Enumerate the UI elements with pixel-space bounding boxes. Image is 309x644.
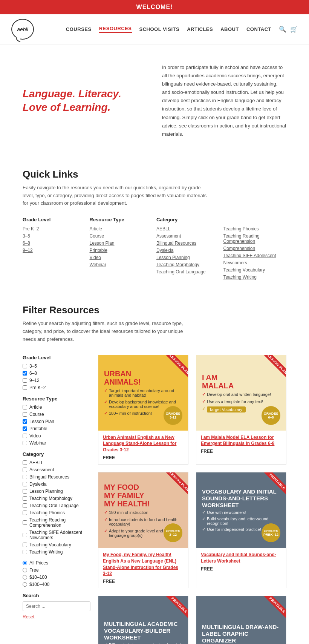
- dyslexia-link[interactable]: Dyslexia: [156, 248, 220, 253]
- urban-card-link[interactable]: Urban Animals! English as a New Language…: [103, 434, 184, 453]
- grade-68-link[interactable]: 6–8: [23, 241, 86, 246]
- filter-price-all[interactable]: All Prices: [23, 560, 90, 566]
- filter-webinar[interactable]: Webinar: [23, 440, 90, 446]
- search-filter-header: Search: [23, 593, 90, 598]
- filter-course[interactable]: Course: [23, 412, 90, 417]
- cat-dyslexia-checkbox[interactable]: [23, 482, 27, 486]
- filter-cat-vocab[interactable]: Teaching Vocabulary: [23, 542, 90, 547]
- cat-reading-checkbox[interactable]: [23, 520, 27, 525]
- teaching-phonics-link[interactable]: Teaching Phonics: [223, 226, 287, 232]
- teaching-oral-link[interactable]: Teaching Oral Language: [156, 269, 220, 274]
- search-icon[interactable]: 🔍: [279, 26, 286, 33]
- bilingual-link[interactable]: Bilingual Resources: [156, 241, 220, 246]
- printable-checkbox[interactable]: [23, 426, 27, 431]
- article-link[interactable]: Article: [90, 226, 153, 232]
- course-checkbox[interactable]: [23, 412, 27, 417]
- grade-912-link[interactable]: 9–12: [23, 248, 86, 253]
- cat-aebll-checkbox[interactable]: [23, 460, 27, 465]
- filter-grade-35[interactable]: 3–5: [23, 363, 90, 369]
- lesson-plan-link[interactable]: Lesson Plan: [90, 241, 153, 246]
- grade-35-checkbox[interactable]: [23, 364, 27, 368]
- lesson-plan-checkbox[interactable]: [23, 419, 27, 424]
- grade-68-checkbox[interactable]: [23, 371, 27, 376]
- filter-article[interactable]: Article: [23, 405, 90, 410]
- logo[interactable]: aebll: [11, 19, 34, 40]
- teaching-sife-link[interactable]: Teaching SIFE Adolescent: [223, 253, 287, 258]
- cart-icon[interactable]: 🛒: [290, 26, 298, 33]
- filter-cat-lesson-planning[interactable]: Lesson Planning: [23, 489, 90, 494]
- cat-assessment-checkbox[interactable]: [23, 468, 27, 472]
- card-multilingual-draw: MULTILINGUAL DRAW-AND-LABEL GRAPHIC ORGA…: [196, 596, 286, 644]
- grade-35-link[interactable]: 3–5: [23, 233, 86, 239]
- cat-sife-checkbox[interactable]: [23, 533, 27, 537]
- teaching-reading-link[interactable]: Teaching Reading Comprehension: [223, 233, 287, 244]
- urban-ribbon: LESSON PLAN: [165, 355, 188, 378]
- filter-grade-prek2[interactable]: Pre K–2: [23, 385, 90, 390]
- newcomers-link[interactable]: Newcomers: [223, 260, 287, 265]
- filter-price-100-400[interactable]: $100–400: [23, 582, 90, 587]
- nav-contact[interactable]: CONTACT: [246, 26, 271, 32]
- comprehension-link[interactable]: Comprehension: [223, 246, 287, 251]
- filter-lesson-plan[interactable]: Lesson Plan: [23, 419, 90, 424]
- price-100-400-radio[interactable]: [23, 582, 27, 587]
- course-link[interactable]: Course: [90, 233, 153, 239]
- hero-description: In order to participate fully in school …: [162, 63, 286, 138]
- video-checkbox[interactable]: [23, 434, 27, 438]
- teaching-writing-link[interactable]: Teaching Writing: [223, 274, 287, 280]
- filter-cat-bilingual[interactable]: Bilingual Resources: [23, 474, 90, 480]
- filter-cat-sife[interactable]: Teaching SIFE Adolescent Newcomers: [23, 530, 90, 540]
- cat-bilingual-checkbox[interactable]: [23, 475, 27, 479]
- grade-prek2-link[interactable]: Pre K–2: [23, 226, 86, 232]
- quick-links-section: Quick Links Easily navigate to the resou…: [0, 157, 309, 293]
- webinar-link[interactable]: Webinar: [90, 262, 153, 267]
- grade-912-checkbox[interactable]: [23, 378, 27, 383]
- assessment-link[interactable]: Assessment: [156, 233, 220, 239]
- filter-cat-morphology[interactable]: Teaching Morphology: [23, 496, 90, 501]
- filter-grade-68[interactable]: 6–8: [23, 371, 90, 376]
- nav-icons: 🔍 🛒: [279, 26, 298, 33]
- food-card-link[interactable]: My Food, my Family, my Health! English A…: [103, 552, 184, 577]
- filter-price-10-100[interactable]: $10–100: [23, 575, 90, 580]
- filter-cat-dyslexia[interactable]: Dyslexia: [23, 481, 90, 487]
- nav-about[interactable]: ABOUT: [220, 26, 239, 32]
- webinar-checkbox[interactable]: [23, 441, 27, 445]
- cat-oral-checkbox[interactable]: [23, 503, 27, 508]
- cat-lesson-planning-checkbox[interactable]: [23, 489, 27, 494]
- vocab-card-link[interactable]: Vocabulary and Initial Sounds-and-Letter…: [201, 552, 281, 564]
- filter-cat-aebll[interactable]: AEBLL: [23, 460, 90, 465]
- cat-writing-checkbox[interactable]: [23, 550, 27, 554]
- filter-grade-912[interactable]: 9–12: [23, 378, 90, 383]
- filter-price-free[interactable]: Free: [23, 567, 90, 573]
- filter-printable[interactable]: Printable: [23, 426, 90, 431]
- filter-cat-writing[interactable]: Teaching Writing: [23, 549, 90, 555]
- printable-link[interactable]: Printable: [90, 248, 153, 253]
- article-checkbox[interactable]: [23, 405, 27, 409]
- nav-resources[interactable]: RESOURCES: [99, 26, 132, 33]
- filter-cat-assessment[interactable]: Assessment: [23, 467, 90, 472]
- vocab-grade-badge: GRADESPreK–12: [262, 523, 280, 542]
- teaching-vocab-link[interactable]: Teaching Vocabulary: [223, 267, 287, 273]
- video-link[interactable]: Video: [90, 255, 153, 260]
- teaching-morphology-link[interactable]: Teaching Morphology: [156, 262, 220, 267]
- filter-cat-phonics[interactable]: Teaching Phonics: [23, 510, 90, 515]
- price-10-100-radio[interactable]: [23, 575, 27, 580]
- filter-video[interactable]: Video: [23, 433, 90, 439]
- grade-prek2-checkbox[interactable]: [23, 385, 27, 390]
- search-input[interactable]: [23, 601, 90, 611]
- filter-cat-reading[interactable]: Teaching Reading Comprehension: [23, 517, 90, 528]
- lesson-planning-link[interactable]: Lesson Planning: [156, 255, 220, 260]
- cat-vocab-checkbox[interactable]: [23, 543, 27, 547]
- price-all-radio[interactable]: [23, 561, 27, 565]
- cat-morphology-checkbox[interactable]: [23, 496, 27, 501]
- filter-cat-oral[interactable]: Teaching Oral Language: [23, 503, 90, 508]
- malala-card-link[interactable]: I am Malala Model ELA Lesson for Emergen…: [201, 434, 281, 447]
- price-free-radio[interactable]: [23, 568, 27, 572]
- malala-grade-badge: GRADES6–8: [262, 406, 280, 425]
- nav-articles[interactable]: ARTICLES: [187, 26, 213, 32]
- cat-phonics-checkbox[interactable]: [23, 511, 27, 515]
- reset-link[interactable]: Reset: [23, 614, 34, 619]
- aebll-link[interactable]: AEBLL: [156, 226, 220, 232]
- nav-courses[interactable]: COURSES: [66, 26, 92, 32]
- nav-school-visits[interactable]: SCHOOL VISITS: [139, 26, 180, 32]
- header: aebll COURSES RESOURCES SCHOOL VISITS AR…: [0, 14, 309, 44]
